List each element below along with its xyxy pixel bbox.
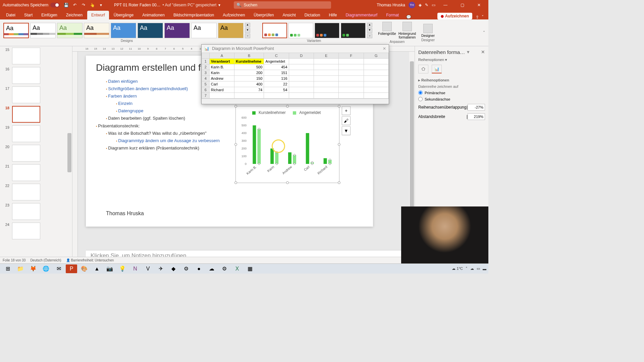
slide-panel-scrollbar[interactable]	[67, 46, 72, 263]
theme-thumb-4[interactable]: Aa	[84, 23, 109, 38]
weather-widget[interactable]: ☁ 1°C	[452, 266, 463, 271]
tab-bildschirm[interactable]: Bildschirmpräsentation	[169, 11, 218, 19]
filename-area[interactable]: PPT 01 Roter Faden 00… • Auf "diesem PC"…	[114, 3, 220, 7]
slide-thumb-19[interactable]: 19	[0, 124, 67, 143]
designer-button[interactable]: Designer	[419, 24, 437, 38]
telegram-icon[interactable]: ✈	[155, 264, 166, 273]
autosave-toggle[interactable]: Automatisches Speichern	[3, 3, 60, 7]
gap-width-input[interactable]	[468, 113, 485, 120]
comments-icon[interactable]: 💬	[406, 15, 411, 19]
maximize-button[interactable]: ▢	[455, 0, 469, 10]
tray-chevron-icon[interactable]: ˄	[466, 266, 468, 271]
variant-1[interactable]	[262, 23, 287, 38]
touch-mode-icon[interactable]: 👆	[89, 2, 95, 8]
variant-2[interactable]	[288, 23, 313, 38]
variants-gallery[interactable]	[262, 23, 366, 38]
variants-scroller[interactable]: ▲▼⌄	[367, 23, 372, 38]
datasheet-close-button[interactable]: ✕	[383, 46, 386, 51]
theme-thumb-5[interactable]: Aa	[111, 23, 136, 38]
secondary-axis-radio[interactable]: Sekundärachse	[418, 97, 485, 101]
tab-dictation[interactable]: Dictation	[301, 11, 324, 19]
app-icon-6[interactable]: ●	[193, 264, 205, 273]
slide-thumb-17[interactable]: 17	[0, 85, 67, 105]
tray-icon-2[interactable]: ▬	[483, 267, 486, 271]
theme-thumb-1[interactable]: Aa	[3, 23, 29, 38]
datasheet-hscroll[interactable]	[202, 99, 389, 104]
theme-thumb-6[interactable]: Aa	[138, 23, 163, 38]
chart-object[interactable]: Kursteilnehmer Angemeldet 01002003004005…	[235, 106, 339, 183]
series-options-header[interactable]: ▸ Reihenoptionen	[418, 78, 485, 82]
series-options-dropdown[interactable]: Reihenoptionen ▾	[418, 58, 485, 62]
onedrive-icon[interactable]: ☁	[470, 266, 474, 271]
user-avatar[interactable]: TH	[409, 2, 415, 8]
theme-thumb-3[interactable]: Aa	[57, 23, 83, 38]
theme-thumb-8[interactable]: Aa	[191, 23, 217, 38]
slide-thumb-21[interactable]: 21	[0, 163, 67, 182]
series-options-icon[interactable]: 📊	[432, 65, 442, 73]
onenote-icon[interactable]: N	[129, 264, 141, 273]
tab-start[interactable]: Start	[20, 11, 37, 19]
tab-format[interactable]: Format	[382, 11, 403, 19]
tab-datei[interactable]: Datei	[2, 11, 19, 19]
chart-plot-area[interactable]: 0100200300400500600Karin B.KarinAndrewCa…	[236, 106, 339, 183]
save-icon[interactable]: 💾	[63, 2, 69, 8]
collapse-ribbon-icon[interactable]: ˅	[482, 15, 484, 19]
tab-einfuegen[interactable]: Einfügen	[37, 11, 61, 19]
firefox-icon[interactable]: 🦊	[28, 264, 39, 273]
record-button[interactable]: Aufzeichnen	[437, 13, 472, 19]
chart-elements-button[interactable]: +	[342, 106, 351, 115]
vlc-icon[interactable]: ▲	[91, 264, 103, 273]
excel-icon[interactable]: X	[231, 264, 243, 273]
chart-styles-button[interactable]: 🖌	[342, 116, 351, 125]
app-icon-4[interactable]: V	[142, 264, 154, 273]
fill-line-icon[interactable]: ⬠	[418, 65, 428, 73]
outlook-icon[interactable]: ✉	[53, 264, 64, 273]
variant-4[interactable]	[341, 23, 366, 38]
collapse-ribbon-chevron-icon[interactable]: ˄	[483, 31, 485, 35]
slide-thumb-24[interactable]: 24	[0, 221, 67, 241]
slide-size-button[interactable]: Foliengröße	[378, 22, 396, 39]
tab-ueberpruefen[interactable]: Überprüfen	[250, 11, 278, 19]
chart-datasheet[interactable]: 📊 Diagramm in Microsoft PowerPoint ✕ ABC…	[201, 44, 389, 104]
format-pane-close-button[interactable]: ✕	[481, 49, 485, 55]
obs-icon[interactable]: ⚙	[180, 264, 192, 273]
theme-thumb-9[interactable]: Aa	[218, 23, 244, 38]
chrome-icon[interactable]: 🌐	[40, 264, 52, 273]
slide-thumb-16[interactable]: 16	[0, 66, 67, 85]
slide-thumb-15[interactable]: 15	[0, 46, 67, 66]
settings-icon[interactable]: ⚙	[219, 264, 230, 273]
slide-thumb-18[interactable]: 18	[0, 105, 67, 124]
accessibility-check[interactable]: 👤 Barrierefreiheit: Untersuchen	[66, 258, 114, 262]
dropdown-icon[interactable]: ▾	[218, 3, 220, 7]
tab-entwurf[interactable]: Entwurf	[87, 11, 109, 19]
slide-counter[interactable]: Folie 18 von 33	[3, 258, 25, 262]
format-background-button[interactable]: Hintergrund formatieren	[398, 22, 417, 39]
app-icon-2[interactable]: 📷	[104, 264, 115, 273]
primary-axis-radio[interactable]: Primärachse	[418, 90, 485, 95]
chart-filter-button[interactable]: ▼	[342, 126, 351, 135]
more-icon[interactable]: ▾	[98, 2, 104, 8]
start-button[interactable]: ⊞	[2, 264, 13, 273]
app-icon[interactable]: 🎨	[78, 264, 90, 273]
datasheet-grid[interactable]: ABCDEFG1VerantwortKursteilnehmeAngemelde…	[202, 53, 389, 99]
redo-icon[interactable]: ↷	[80, 2, 87, 8]
app-icon-3[interactable]: 💡	[117, 264, 128, 273]
slide-thumb-22[interactable]: 22	[0, 182, 67, 202]
app-icon-8[interactable]: ▦	[244, 264, 256, 273]
toggle-switch[interactable]	[50, 3, 60, 7]
tab-aufzeichnen[interactable]: Aufzeichnen	[219, 11, 249, 19]
tab-uebergaenge[interactable]: Übergänge	[110, 11, 138, 19]
themes-scroller[interactable]: ▲▼⌄	[245, 23, 250, 38]
tab-zeichnen[interactable]: Zeichnen	[62, 11, 87, 19]
diamond-icon[interactable]: ◈	[419, 3, 422, 7]
format-pane-dropdown-icon[interactable]: ▾	[467, 49, 470, 55]
variant-3[interactable]	[315, 23, 339, 38]
minimize-button[interactable]: —	[439, 0, 452, 10]
window-icon[interactable]: ▭	[432, 3, 435, 7]
tab-hilfe[interactable]: Hilfe	[325, 11, 341, 19]
language-indicator[interactable]: Deutsch (Österreich)	[30, 258, 61, 262]
theme-thumb-7[interactable]: Aa	[164, 23, 190, 38]
app-icon-5[interactable]: ◆	[168, 264, 179, 273]
close-button[interactable]: ✕	[472, 0, 486, 10]
search-box[interactable]: 🔍 Suchen	[234, 1, 331, 9]
